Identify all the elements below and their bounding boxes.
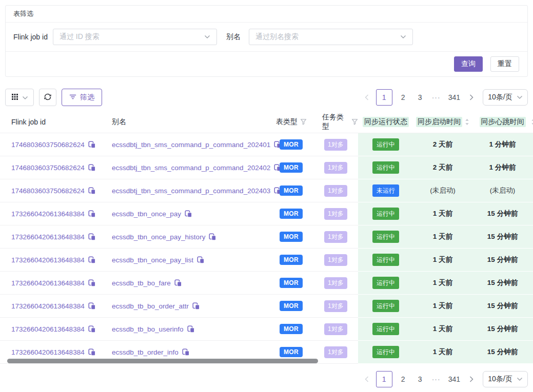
task-type-cell: 1对多 — [317, 202, 358, 225]
start-time-cell: 2 天前 — [413, 156, 472, 179]
alias-link[interactable]: ecssdbtj_tbn_sms_command_p_command_20240… — [112, 141, 270, 149]
pagination-page-2[interactable]: 2 — [397, 371, 409, 387]
flink-job-id-link[interactable]: 1732660420613648384 — [11, 210, 85, 218]
table-type-cell: MOR — [271, 225, 317, 249]
sync-status-cell: 运行中 — [358, 225, 413, 249]
copy-icon[interactable] — [88, 325, 96, 333]
column-filter-icon[interactable] — [300, 118, 307, 125]
alias-link[interactable]: ecssdb_tbn_once_pay_list — [112, 256, 193, 264]
alias-link[interactable]: ecssdbtj_tbn_sms_command_p_command_20240… — [112, 164, 270, 172]
horizontal-scrollbar[interactable] — [7, 359, 318, 363]
status-badge: 运行中 — [372, 138, 399, 151]
copy-icon[interactable] — [182, 348, 190, 356]
column-sorter-icon[interactable] — [465, 118, 469, 126]
heartbeat-time-value: (未启动) — [490, 186, 516, 195]
copy-icon[interactable] — [197, 256, 205, 264]
status-badge: 未运行 — [372, 184, 399, 197]
start-time-cell: (未启动) — [413, 179, 472, 202]
copy-icon[interactable] — [88, 210, 96, 218]
table-type-badge: MOR — [280, 324, 303, 334]
alias-link[interactable]: ecssdb_tbn_once_pay — [112, 210, 181, 218]
copy-icon[interactable] — [187, 325, 195, 333]
copy-icon[interactable] — [88, 141, 96, 149]
column-sorter-icon[interactable] — [531, 118, 533, 126]
pagination-prev-button[interactable] — [362, 89, 371, 106]
table-type-cell: MOR — [271, 272, 317, 295]
table-type-cell: MOR — [271, 179, 317, 202]
flink-job-id-cell: 1732660420613648384 — [0, 318, 102, 341]
flink-job-id-link[interactable]: 1732660420613648384 — [11, 279, 85, 287]
table-row: 1746803603750682624ecssdbtj_tbn_sms_comm… — [0, 133, 533, 156]
copy-icon[interactable] — [88, 187, 96, 195]
table-body: 1746803603750682624ecssdbtj_tbn_sms_comm… — [0, 133, 533, 364]
table-row: 1732660420613648384ecssdb_tbn_once_pay_h… — [0, 225, 533, 249]
alias-link[interactable]: ecssdbtj_tbn_sms_command_p_command_20240… — [112, 187, 270, 195]
filter-card: 表筛选 Flink job id 通过 ID 搜索 别名 通过别名搜索 查询 重… — [5, 5, 528, 77]
pagination-page-2[interactable]: 2 — [397, 89, 409, 106]
flink-job-id-cell: 1732660420613648384 — [0, 295, 102, 318]
pagination-next-button[interactable] — [467, 371, 476, 387]
pagination-page-1[interactable]: 1 — [376, 89, 392, 106]
reset-button[interactable]: 重置 — [490, 56, 519, 72]
alias-cell: ecssdb_tbn_once_pay_list — [102, 249, 271, 272]
flink-job-id-link[interactable]: 1732660420613648384 — [11, 233, 85, 241]
alias-link[interactable]: ecssdb_tb_bo_userinfo — [112, 325, 184, 333]
start-time-cell: 1 天前 — [413, 272, 472, 295]
pagination-page-341[interactable]: 341 — [446, 371, 462, 387]
refresh-button[interactable] — [39, 89, 56, 106]
pagination-page-3[interactable]: 3 — [414, 89, 426, 106]
copy-icon[interactable] — [88, 233, 96, 241]
column-filter-icon[interactable] — [351, 118, 358, 125]
flink-job-id-link[interactable]: 1732660420613648384 — [11, 325, 85, 333]
flink-job-id-link[interactable]: 1746803603750682624 — [11, 164, 85, 172]
filter-card-title: 表筛选 — [13, 9, 33, 18]
column-header-3: 表类型 — [271, 111, 317, 133]
task-type-cell: 1对多 — [317, 133, 358, 156]
sync-status-cell: 运行中 — [358, 249, 413, 272]
flink-job-id-select[interactable]: 通过 ID 搜索 — [53, 29, 217, 45]
pagination-prev-button[interactable] — [362, 371, 371, 387]
copy-icon[interactable] — [88, 164, 96, 172]
alias-link[interactable]: ecssdb_tb_bo_order_attr — [112, 302, 189, 310]
column-header-5: 同步运行状态 — [358, 111, 413, 133]
pagination-page-1[interactable]: 1 — [376, 371, 392, 387]
page-size-select[interactable]: 10条/页 — [483, 89, 528, 106]
alias-cell: ecssdbtj_tbn_sms_command_p_command_20240… — [102, 133, 271, 156]
pagination-ellipsis[interactable]: ··· — [431, 93, 442, 101]
copy-icon[interactable] — [88, 256, 96, 264]
flink-job-id-link[interactable]: 1732660420613648384 — [11, 256, 85, 264]
flink-job-id-link[interactable]: 1746803603750682624 — [11, 141, 85, 149]
column-header-4: 任务类型 — [317, 111, 358, 133]
flink-job-id-link[interactable]: 1732660420613648384 — [11, 348, 85, 356]
pagination-next-button[interactable] — [467, 89, 476, 106]
table-type-badge: MOR — [280, 301, 303, 311]
pagination-bottom: 123···34110条/页 — [362, 371, 528, 387]
alias-link[interactable]: ecssdb_tb_bo_fare — [112, 279, 171, 287]
query-button[interactable]: 查询 — [454, 56, 483, 72]
filter-toggle-label: 筛选 — [80, 93, 94, 102]
table-row: 1732660420613648384ecssdb_tbn_once_pay_l… — [0, 249, 533, 272]
copy-icon[interactable] — [209, 233, 216, 241]
pagination-page-3[interactable]: 3 — [414, 371, 426, 387]
filter-toggle-button[interactable]: 筛选 — [62, 89, 102, 106]
alias-link[interactable]: ecssdb_tb_order_info — [112, 348, 179, 356]
page-size-select[interactable]: 10条/页 — [483, 371, 528, 387]
copy-icon[interactable] — [185, 210, 192, 218]
alias-link[interactable]: ecssdb_tbn_once_pay_history — [112, 233, 205, 241]
pagination-bottom-wrap: 123···34110条/页 — [362, 370, 528, 388]
alias-label: 别名 — [226, 32, 241, 42]
task-type-badge: 1对多 — [324, 254, 347, 266]
flink-job-id-link[interactable]: 1746803603750682624 — [11, 187, 85, 195]
heartbeat-time-cell: 1 分钟前 — [472, 133, 533, 156]
pagination-page-341[interactable]: 341 — [446, 89, 462, 106]
filter-row: Flink job id 通过 ID 搜索 别名 通过别名搜索 — [6, 23, 527, 52]
copy-icon[interactable] — [88, 348, 96, 356]
copy-icon[interactable] — [88, 279, 96, 287]
flink-job-id-link[interactable]: 1732660420613648384 — [11, 302, 85, 310]
column-config-button[interactable] — [5, 89, 34, 106]
copy-icon[interactable] — [192, 302, 200, 310]
copy-icon[interactable] — [88, 302, 96, 310]
alias-select[interactable]: 通过别名搜索 — [249, 29, 413, 45]
copy-icon[interactable] — [174, 279, 182, 287]
pagination-ellipsis[interactable]: ··· — [431, 375, 442, 383]
